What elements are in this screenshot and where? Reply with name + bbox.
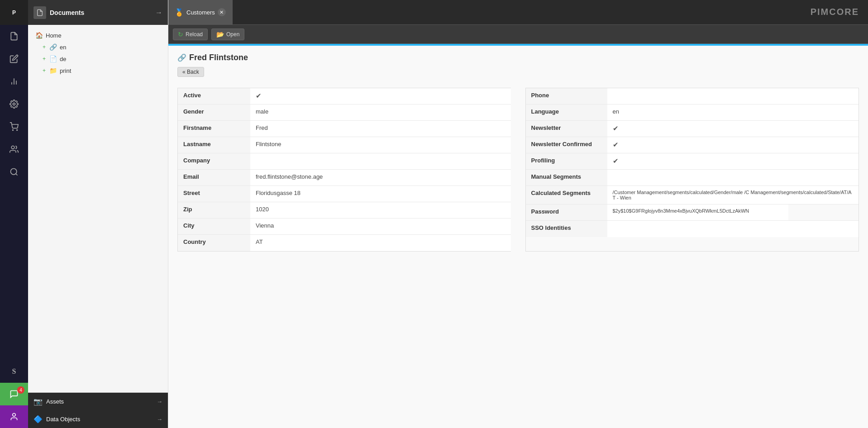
field-label-email: Email	[178, 170, 250, 185]
field-value-country: AT	[250, 235, 511, 251]
table-row: Profiling	[526, 153, 859, 170]
field-value-calculated-segments: /Customer Management/segments/calculated…	[607, 186, 859, 204]
table-row: Zip 1020	[178, 202, 511, 219]
tree-item-home-label: Home	[46, 32, 62, 39]
pimcore-logo: PIMCORE	[811, 7, 859, 17]
tree-item-print-label: print	[60, 67, 71, 74]
table-row: Language en	[526, 105, 859, 121]
customers-tab-close-button[interactable]: ✕	[218, 8, 226, 16]
reload-icon: ↻	[178, 31, 183, 38]
folder-icon-print: 📁	[49, 67, 57, 74]
pencil-icon[interactable]	[0, 48, 28, 70]
field-label-active: Active	[178, 88, 250, 104]
people-icon[interactable]	[0, 138, 28, 161]
svg-point-9	[13, 414, 16, 417]
table-row: Lastname Flintstone	[178, 137, 511, 153]
field-value-company	[250, 153, 511, 169]
field-label-firstname: Firstname	[178, 121, 250, 137]
field-label-language: Language	[526, 105, 607, 120]
field-value-password: $2y$10$G9FRglojyv8n3Mme4xBjvuXQbRWkmL5Dc…	[607, 204, 788, 220]
search-icon[interactable]	[0, 161, 28, 183]
back-label: « Back	[182, 69, 199, 75]
link-icon-en: 🔗	[49, 43, 57, 51]
field-label-lastname: Lastname	[178, 137, 250, 153]
tree-item-en[interactable]: + 🔗 en	[32, 41, 164, 53]
user-icon[interactable]	[0, 405, 28, 428]
field-value-active	[250, 88, 511, 104]
table-row: Email fred.flintstone@stone.age	[178, 170, 511, 186]
table-row: Firstname Fred	[178, 121, 511, 137]
field-label-profiling: Profiling	[526, 153, 607, 169]
right-data-column: Phone Language en Newsletter Newsletter …	[525, 88, 859, 252]
field-label-company: Company	[178, 153, 250, 169]
documents-header: Documents →	[28, 0, 168, 25]
tree-item-de-label: de	[60, 56, 66, 62]
documents-title: Documents	[50, 9, 84, 16]
svg-line-8	[16, 174, 18, 176]
tree-item-home[interactable]: 🏠 Home	[32, 29, 164, 41]
assets-icon: 📷	[33, 397, 43, 406]
data-objects-panel-item[interactable]: 🔷 Data Objects →	[28, 410, 168, 428]
assets-panel-item[interactable]: 📷 Assets →	[28, 393, 168, 410]
customer-name: Fred Flintstone	[189, 53, 248, 62]
doc-icon-de: 📄	[49, 55, 57, 62]
svg-point-3	[13, 103, 15, 105]
field-label-calculated-segments: Calculated Segments	[526, 186, 607, 204]
data-objects-arrow-icon: →	[157, 416, 162, 423]
table-row: Calculated Segments /Customer Management…	[526, 186, 859, 204]
reload-button[interactable]: ↻ Reload	[173, 29, 208, 40]
field-label-sso-identities: SSO Identities	[526, 221, 607, 237]
open-button[interactable]: 📂 Open	[211, 29, 244, 40]
main-area: 🏅 Customers ✕ PIMCORE ↻ Reload 📂 Open 🔗 …	[168, 0, 868, 428]
field-label-city: City	[178, 219, 250, 234]
add-icon-de: +	[43, 56, 46, 62]
home-icon: 🏠	[35, 32, 43, 39]
settings-icon[interactable]	[0, 93, 28, 115]
table-row: Password $2y$10$G9FRglojyv8n3Mme4xBjvuXQ…	[526, 204, 859, 221]
symfony-icon[interactable]: S	[0, 360, 28, 383]
chat-icon[interactable]: 4	[0, 383, 28, 405]
field-value-gender: male	[250, 105, 511, 120]
tree-item-en-label: en	[60, 44, 66, 51]
tree-item-de[interactable]: + 📄 de	[32, 53, 164, 65]
table-row: Newsletter Confirmed	[526, 137, 859, 153]
assets-arrow-icon: →	[157, 398, 162, 405]
cart-icon[interactable]	[0, 115, 28, 138]
table-row: Gender male	[178, 105, 511, 121]
field-value-language: en	[607, 105, 859, 120]
back-button[interactable]: « Back	[177, 67, 204, 77]
field-label-manual-segments: Manual Segments	[526, 170, 607, 185]
table-row: Active	[178, 88, 511, 105]
documents-expand-icon[interactable]: →	[155, 9, 162, 17]
field-value-phone	[607, 88, 859, 104]
bottom-panels: 📷 Assets → 🔷 Data Objects →	[28, 392, 168, 428]
customers-tab[interactable]: 🏅 Customers ✕	[168, 0, 233, 25]
data-grid: Active Gender male Firstname Fred Lastna…	[177, 88, 859, 252]
field-label-country: Country	[178, 235, 250, 251]
field-value-profiling	[607, 153, 859, 169]
field-value-newsletter-confirmed	[607, 137, 859, 153]
field-value-firstname: Fred	[250, 121, 511, 137]
chart-icon[interactable]	[0, 70, 28, 93]
content-panel: 🔗 Fred Flintstone « Back Active Gender m…	[168, 44, 868, 428]
tree-item-print[interactable]: + 📁 print	[32, 65, 164, 76]
table-row: Newsletter	[526, 121, 859, 137]
documents-tree: 🏠 Home + 🔗 en + 📄 de + 📁 print	[28, 25, 168, 392]
field-label-newsletter-confirmed: Newsletter Confirmed	[526, 137, 607, 153]
sidebar-icons: P S 4	[0, 0, 28, 428]
toolbar: ↻ Reload 📂 Open	[168, 25, 868, 44]
data-objects-icon: 🔷	[33, 415, 43, 423]
open-label: Open	[226, 31, 239, 38]
field-value-city: Vienna	[250, 219, 511, 234]
table-row: Manual Segments	[526, 170, 859, 186]
field-value-lastname: Flintstone	[250, 137, 511, 153]
app-logo: P	[0, 0, 28, 25]
documents-panel: Documents → 🏠 Home + 🔗 en + 📄 de + 📁 pri…	[28, 0, 168, 428]
field-value-email: fred.flintstone@stone.age	[250, 170, 511, 185]
top-bar: 🏅 Customers ✕	[168, 0, 868, 25]
table-row: Company	[178, 153, 511, 170]
field-value-manual-segments	[607, 170, 859, 185]
table-row: Country AT	[178, 235, 511, 251]
document-icon[interactable]	[0, 25, 28, 48]
field-value-newsletter	[607, 121, 859, 137]
